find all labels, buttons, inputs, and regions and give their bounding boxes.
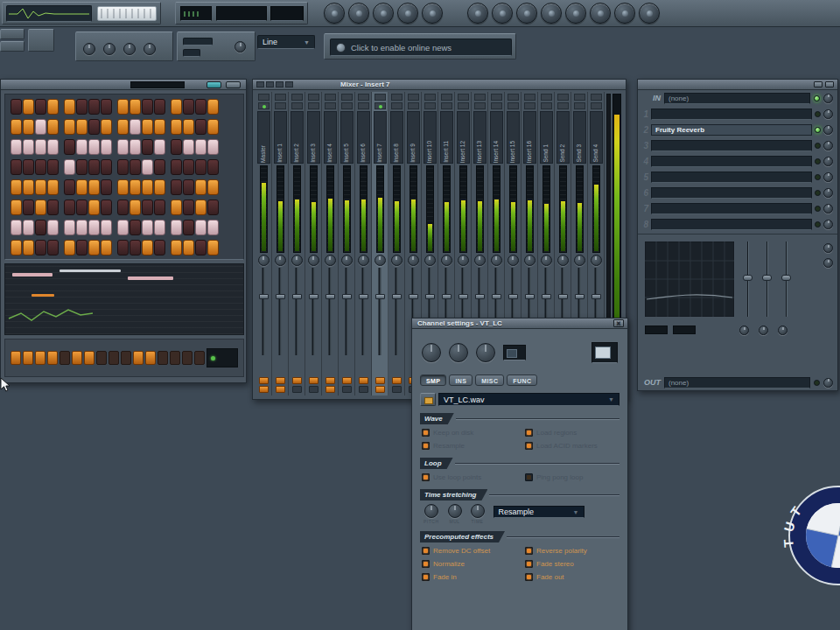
- fx-slot-6[interactable]: 6: [638, 185, 837, 200]
- fx-titlebar[interactable]: [638, 80, 837, 90]
- step-cell[interactable]: [23, 179, 34, 195]
- fx-slot-name[interactable]: [651, 156, 812, 167]
- fx-slot-led[interactable]: [815, 127, 821, 133]
- fx-slot-led[interactable]: [815, 190, 821, 196]
- fx-mix-knob[interactable]: [823, 204, 833, 214]
- fx-enable-cell[interactable]: [259, 377, 269, 384]
- stretch-knob-time[interactable]: [471, 504, 485, 518]
- step-cell[interactable]: [117, 99, 129, 115]
- pitch-knob[interactable]: [476, 343, 495, 362]
- close-icon[interactable]: ✕: [613, 319, 624, 327]
- step-cell[interactable]: [207, 200, 219, 215]
- step-cell[interactable]: [47, 220, 59, 235]
- step-cell[interactable]: [154, 139, 165, 155]
- step-cell[interactable]: [117, 220, 129, 235]
- step-cell[interactable]: [88, 200, 100, 215]
- sample-browse-button[interactable]: [420, 393, 436, 406]
- step-cell[interactable]: [64, 200, 75, 215]
- volume-fader[interactable]: [326, 268, 335, 355]
- stereo-knob[interactable]: [823, 258, 833, 268]
- checkbox-fade-in[interactable]: Fade in: [422, 572, 516, 582]
- step-cell[interactable]: [10, 159, 22, 175]
- step-cell[interactable]: [76, 200, 88, 215]
- fader-handle[interactable]: [276, 294, 285, 299]
- toolbar-button[interactable]: [348, 3, 369, 24]
- input-level-knob[interactable]: [823, 94, 833, 103]
- step-cell[interactable]: [23, 119, 34, 135]
- fx-slot-7[interactable]: 7: [638, 200, 837, 216]
- main-knob[interactable]: [83, 43, 95, 55]
- fx-enable-cell[interactable]: [375, 377, 385, 384]
- step-cell[interactable]: [47, 99, 59, 115]
- volume-fader[interactable]: [375, 268, 385, 355]
- step-cell[interactable]: [195, 200, 206, 215]
- sample-preview-icon[interactable]: [592, 342, 618, 363]
- pan-knob[interactable]: [408, 255, 419, 266]
- step-cell[interactable]: [183, 220, 194, 235]
- slider-handle[interactable]: [781, 275, 791, 281]
- step-cell[interactable]: [117, 139, 129, 155]
- toolbar-button[interactable]: [324, 3, 345, 24]
- step-cell[interactable]: [64, 159, 75, 175]
- stereo-knob[interactable]: [823, 243, 833, 253]
- slider-handle[interactable]: [743, 275, 752, 281]
- step-cell[interactable]: [142, 119, 153, 135]
- step-cell[interactable]: [101, 159, 112, 175]
- mixer-channel-insert-1[interactable]: Insert 1: [272, 92, 289, 396]
- toolbar-button[interactable]: [422, 3, 443, 24]
- fx-mix-knob[interactable]: [823, 188, 833, 198]
- step-cell[interactable]: [117, 119, 129, 135]
- step-cell[interactable]: [183, 159, 194, 175]
- fader-handle[interactable]: [292, 294, 302, 299]
- step-cell[interactable]: [195, 179, 206, 195]
- pan-knob[interactable]: [258, 255, 270, 266]
- pan-knob[interactable]: [422, 343, 441, 362]
- step-cell[interactable]: [171, 119, 182, 135]
- fader-handle[interactable]: [425, 294, 435, 299]
- volume-fader[interactable]: [276, 268, 285, 355]
- step-cell[interactable]: [10, 119, 22, 135]
- step-cell[interactable]: [117, 179, 129, 195]
- step-cell[interactable]: [10, 99, 22, 115]
- checkbox-ping-pong-loop[interactable]: Ping pong loop: [525, 472, 620, 482]
- step-cell[interactable]: [130, 240, 141, 256]
- tab-misc[interactable]: MISC: [475, 374, 504, 386]
- step-sequencer-titlebar[interactable]: [1, 80, 246, 90]
- fx-slot-name[interactable]: [651, 172, 812, 183]
- fx-slot-name[interactable]: [651, 219, 812, 230]
- fx-enable-cell[interactable]: [309, 386, 318, 393]
- fx-mix-knob[interactable]: [823, 172, 833, 182]
- step-cell[interactable]: [10, 220, 22, 235]
- output-led[interactable]: [814, 380, 820, 386]
- rack-mini-cell[interactable]: [194, 351, 205, 365]
- pan-knob[interactable]: [374, 255, 386, 266]
- rack-mini-cell[interactable]: [84, 351, 94, 365]
- rack-mini-cell[interactable]: [182, 351, 192, 365]
- step-cell[interactable]: [47, 119, 59, 135]
- fx-slot-8[interactable]: 8: [638, 216, 837, 232]
- mixer-channel-insert-4[interactable]: Insert 4: [322, 92, 339, 396]
- pan-knob[interactable]: [291, 255, 303, 266]
- fader-handle[interactable]: [542, 294, 551, 299]
- step-cell[interactable]: [142, 139, 153, 155]
- rack-mini-cell[interactable]: [47, 351, 58, 365]
- step-cell[interactable]: [171, 139, 182, 155]
- mixer-channel-insert-2[interactable]: Insert 2: [289, 92, 305, 396]
- mixer-channel-insert-5[interactable]: Insert 5: [339, 92, 355, 396]
- main-knob[interactable]: [144, 43, 156, 55]
- toolbar-button[interactable]: [467, 3, 488, 24]
- fx-slot-led[interactable]: [815, 111, 821, 117]
- step-cell[interactable]: [35, 240, 46, 256]
- fader-handle[interactable]: [375, 294, 385, 299]
- step-cell[interactable]: [101, 220, 112, 235]
- eq-freq-knob[interactable]: [778, 326, 788, 335]
- fx-enable-cell[interactable]: [276, 386, 285, 393]
- step-cell[interactable]: [183, 179, 194, 195]
- pan-knob[interactable]: [458, 255, 469, 266]
- step-cell[interactable]: [76, 139, 88, 155]
- step-cell[interactable]: [117, 200, 129, 215]
- rack-mini-cell[interactable]: [145, 351, 156, 365]
- fx-slot-3[interactable]: 3: [638, 137, 837, 153]
- step-cell[interactable]: [47, 200, 59, 215]
- pan-knob[interactable]: [474, 255, 486, 266]
